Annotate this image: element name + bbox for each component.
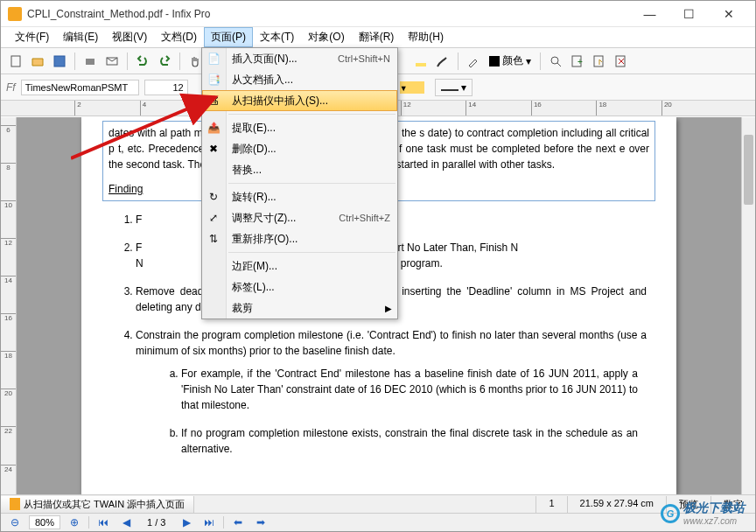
color-picker-dropdown[interactable]: 颜色 ▾ bbox=[486, 53, 535, 68]
zoom-out-button[interactable]: ⊖ bbox=[6, 515, 24, 529]
from-doc-icon: 📑 bbox=[206, 73, 220, 87]
toolbar-separator bbox=[540, 52, 541, 70]
mail-icon bbox=[105, 54, 119, 68]
toolbar-separator bbox=[127, 52, 128, 70]
menu-crop[interactable]: 裁剪 ▶ bbox=[202, 298, 397, 318]
highlight-color-button[interactable]: ▼ bbox=[400, 81, 424, 94]
menu-labels[interactable]: 标签(L)... bbox=[202, 276, 397, 298]
menu-view[interactable]: 视图(V) bbox=[105, 27, 154, 47]
delete-page-button[interactable] bbox=[612, 52, 631, 71]
highlighter-icon bbox=[414, 54, 428, 68]
page-info: 1 / 3 bbox=[140, 517, 172, 528]
zoom-level[interactable]: 80% bbox=[29, 515, 60, 529]
svg-rect-1 bbox=[54, 56, 65, 66]
menu-translate[interactable]: 翻译(R) bbox=[352, 27, 402, 47]
menu-rotate[interactable]: ↻ 旋转(R)... bbox=[202, 186, 397, 207]
extract-icon: 📤 bbox=[206, 121, 220, 135]
add-note-button[interactable]: + bbox=[568, 52, 587, 71]
save-button[interactable] bbox=[50, 52, 69, 71]
line-icon bbox=[441, 89, 458, 91]
scrollbar-vertical[interactable] bbox=[741, 117, 755, 494]
menu-document[interactable]: 文档(D) bbox=[154, 27, 204, 47]
status-bar: ⊖ 80% ⊕ ⏮ ◀ 1 / 3 ▶ ⏭ ⬅ ➡ bbox=[1, 513, 755, 531]
menu-insert-from-scanner[interactable]: 🖨 从扫描仪中插入(S)... bbox=[202, 90, 397, 111]
menu-bar: 文件(F) 编辑(E) 视图(V) 文档(D) 页面(P) 文本(T) 对象(O… bbox=[1, 27, 755, 48]
page-delete-icon bbox=[614, 54, 628, 68]
redo-button[interactable] bbox=[155, 52, 174, 71]
menu-separator bbox=[228, 183, 396, 184]
watermark-url: www.xz7.com bbox=[683, 516, 745, 526]
nav-forward-button[interactable]: ➡ bbox=[252, 515, 270, 529]
redact-tool-button[interactable] bbox=[433, 52, 452, 71]
extract-page-button[interactable] bbox=[590, 52, 609, 71]
highlight-tool-button[interactable] bbox=[411, 52, 430, 71]
hand-icon bbox=[188, 54, 202, 68]
prev-page-button[interactable]: ◀ bbox=[117, 515, 135, 529]
reorder-icon: ⇅ bbox=[206, 232, 220, 246]
menu-margins[interactable]: 边距(M)... bbox=[202, 256, 397, 276]
menu-extract[interactable]: 📤 提取(E)... bbox=[202, 117, 397, 138]
email-button[interactable] bbox=[102, 52, 122, 71]
watermark-logo-icon: G bbox=[661, 504, 680, 523]
new-file-icon bbox=[9, 54, 23, 68]
scanner-icon: 🖨 bbox=[207, 94, 221, 108]
menu-separator bbox=[228, 114, 396, 115]
menu-pages[interactable]: 页面(P) bbox=[204, 27, 253, 47]
page-extract-icon bbox=[592, 54, 606, 68]
first-page-button[interactable]: ⏮ bbox=[94, 515, 112, 529]
zoom-in-button[interactable]: ⊕ bbox=[66, 515, 83, 529]
document-tab[interactable]: 从扫描仪或其它 TWAIN 源中插入页面 bbox=[1, 496, 194, 513]
tab-label: 从扫描仪或其它 TWAIN 源中插入页面 bbox=[24, 498, 185, 511]
menu-object[interactable]: 对象(O) bbox=[301, 27, 351, 47]
watermark: G 极光下载站 www.xz7.com bbox=[661, 500, 745, 526]
title-bar: CPLI_Constraint_Method.pdf - Infix Pro —… bbox=[1, 1, 755, 27]
svg-rect-9 bbox=[616, 56, 625, 66]
watermark-text: 极光下载站 bbox=[683, 500, 745, 516]
minimize-button[interactable]: — bbox=[630, 2, 669, 26]
search-icon bbox=[549, 54, 563, 68]
svg-rect-4 bbox=[416, 63, 426, 66]
document-icon bbox=[10, 498, 20, 510]
last-page-button[interactable]: ⏭ bbox=[200, 515, 218, 529]
font-size-input[interactable]: 12 bbox=[144, 80, 188, 95]
font-family-select[interactable]: TimesNewRomanPSMT bbox=[21, 80, 139, 95]
toolbar-separator bbox=[74, 52, 75, 70]
menu-insert-from-doc[interactable]: 📑 从文档插入... bbox=[202, 69, 397, 90]
line-style-dropdown[interactable]: ▾ bbox=[435, 79, 472, 96]
find-button[interactable] bbox=[546, 52, 565, 71]
undo-button[interactable] bbox=[133, 52, 152, 71]
menu-help[interactable]: 帮助(H) bbox=[401, 27, 451, 47]
submenu-arrow-icon: ▶ bbox=[385, 304, 392, 313]
new-file-button[interactable] bbox=[6, 52, 25, 71]
print-icon bbox=[83, 54, 97, 68]
print-button[interactable] bbox=[80, 52, 100, 71]
font-family-label: Ff bbox=[6, 81, 16, 94]
menu-delete[interactable]: ✖ 删除(D)... bbox=[202, 138, 397, 159]
menu-resize[interactable]: ⤢ 调整尺寸(Z)... Ctrl+Shift+Z bbox=[202, 207, 397, 228]
menu-insert-page[interactable]: 📄 插入页面(N)... Ctrl+Shift+N bbox=[202, 48, 397, 69]
resize-icon: ⤢ bbox=[206, 211, 220, 225]
delete-icon: ✖ bbox=[206, 142, 220, 156]
window-title: CPLI_Constraint_Method.pdf - Infix Pro bbox=[27, 8, 630, 20]
scrollbar-thumb[interactable] bbox=[744, 135, 753, 205]
next-page-button[interactable]: ▶ bbox=[178, 515, 195, 529]
toolbar-separator bbox=[458, 52, 458, 70]
close-button[interactable]: ✕ bbox=[709, 2, 748, 26]
maximize-button[interactable]: ☐ bbox=[669, 2, 709, 26]
toolbar-separator bbox=[179, 52, 180, 70]
redo-icon bbox=[158, 54, 172, 68]
svg-point-5 bbox=[551, 57, 558, 64]
open-button[interactable] bbox=[28, 52, 47, 71]
menu-reorder[interactable]: ⇅ 重新排序(O)... bbox=[202, 228, 397, 249]
eyedropper-button[interactable] bbox=[464, 52, 483, 71]
list-item: If no program completion milestone exist… bbox=[181, 425, 647, 457]
tab-strip: 从扫描仪或其它 TWAIN 源中插入页面 1 21.59 x 27.94 cm … bbox=[1, 494, 755, 513]
menu-edit[interactable]: 编辑(E) bbox=[56, 27, 105, 47]
menu-text[interactable]: 文本(T) bbox=[253, 27, 301, 47]
svg-rect-0 bbox=[11, 56, 20, 66]
nav-back-button[interactable]: ⬅ bbox=[229, 515, 247, 529]
chevron-down-icon: ▼ bbox=[400, 84, 408, 93]
menu-file[interactable]: 文件(F) bbox=[8, 27, 56, 47]
rotate-icon: ↻ bbox=[206, 190, 220, 204]
menu-replace[interactable]: 替换... bbox=[202, 159, 397, 180]
